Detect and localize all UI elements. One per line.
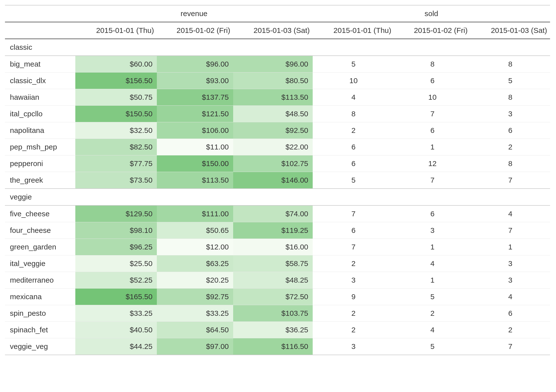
revenue-cell: $93.00 xyxy=(157,73,233,89)
row-label: spin_pesto xyxy=(5,305,75,322)
revenue-cell: $25.50 xyxy=(75,255,157,272)
row-label: green_garden xyxy=(5,239,75,255)
revenue-cell: $82.50 xyxy=(75,139,157,155)
revenue-cell: $12.00 xyxy=(157,239,233,255)
sold-cell: 6 xyxy=(394,122,471,139)
sold-cell: 7 xyxy=(394,172,471,189)
sold-cell: 6 xyxy=(313,155,394,172)
revenue-cell: $48.25 xyxy=(233,272,313,289)
subheader-stub xyxy=(5,22,75,39)
revenue-cell: $80.50 xyxy=(233,73,313,89)
sold-cell: 4 xyxy=(394,255,471,272)
table-row: the_greek$73.50$113.50$146.00577 xyxy=(5,172,550,189)
sold-cell: 1 xyxy=(394,139,471,155)
revenue-cell: $111.00 xyxy=(157,205,233,222)
revenue-cell: $96.00 xyxy=(157,56,233,73)
revenue-cell: $20.25 xyxy=(157,272,233,289)
row-label: pep_msh_pep xyxy=(5,139,75,155)
revenue-cell: $48.50 xyxy=(233,106,313,122)
revenue-cell: $146.00 xyxy=(233,172,313,189)
sold-cell: 2 xyxy=(313,322,394,338)
sold-cell: 6 xyxy=(394,73,471,89)
sold-cell: 10 xyxy=(313,73,394,89)
table-body: classicbig_meat$60.00$96.00$96.00588clas… xyxy=(5,39,550,355)
sold-cell: 7 xyxy=(471,338,550,355)
sold-cell: 2 xyxy=(394,305,471,322)
table-row: big_meat$60.00$96.00$96.00588 xyxy=(5,56,550,73)
table-row: spinach_fet$40.50$64.50$36.25242 xyxy=(5,322,550,338)
revenue-cell: $50.75 xyxy=(75,89,157,106)
sold-cell: 4 xyxy=(471,289,550,305)
sold-cell: 8 xyxy=(471,155,550,172)
revenue-cell: $165.50 xyxy=(75,289,157,305)
row-label: classic_dlx xyxy=(5,73,75,89)
table-row: hawaiian$50.75$137.75$113.504108 xyxy=(5,89,550,106)
revenue-cell: $96.25 xyxy=(75,239,157,255)
row-label: veggie_veg xyxy=(5,338,75,355)
revenue-cell: $63.25 xyxy=(157,255,233,272)
sold-cell: 4 xyxy=(471,205,550,222)
table-row: mediterraneo$52.25$20.25$48.25313 xyxy=(5,272,550,289)
sold-cell: 7 xyxy=(313,205,394,222)
revenue-cell: $137.75 xyxy=(157,89,233,106)
table-row: veggie_veg$44.25$97.00$116.50357 xyxy=(5,338,550,355)
sold-cell: 2 xyxy=(471,322,550,338)
subheader-date: 2015-01-02 (Fri) xyxy=(394,22,471,39)
revenue-cell: $33.25 xyxy=(157,305,233,322)
row-label: spinach_fet xyxy=(5,322,75,338)
revenue-cell: $97.00 xyxy=(157,338,233,355)
revenue-cell: $92.75 xyxy=(157,289,233,305)
sold-cell: 3 xyxy=(394,222,471,239)
sold-cell: 6 xyxy=(313,139,394,155)
revenue-cell: $60.00 xyxy=(75,56,157,73)
row-label: mediterraneo xyxy=(5,272,75,289)
sold-cell: 1 xyxy=(394,272,471,289)
revenue-cell: $92.50 xyxy=(233,122,313,139)
sold-cell: 5 xyxy=(394,338,471,355)
row-label: the_greek xyxy=(5,172,75,189)
revenue-cell: $16.00 xyxy=(233,239,313,255)
subheader-date: 2015-01-03 (Sat) xyxy=(233,22,313,39)
sold-cell: 7 xyxy=(313,239,394,255)
revenue-cell: $50.65 xyxy=(157,222,233,239)
row-label: four_cheese xyxy=(5,222,75,239)
revenue-cell: $113.50 xyxy=(157,172,233,189)
group-row: classic xyxy=(5,39,550,56)
sold-cell: 6 xyxy=(471,305,550,322)
revenue-cell: $73.50 xyxy=(75,172,157,189)
revenue-cell: $52.25 xyxy=(75,272,157,289)
table-row: ital_veggie$25.50$63.25$58.75243 xyxy=(5,255,550,272)
sold-cell: 5 xyxy=(313,172,394,189)
sold-cell: 8 xyxy=(394,56,471,73)
revenue-cell: $98.10 xyxy=(75,222,157,239)
sold-cell: 8 xyxy=(313,106,394,122)
table-row: napolitana$32.50$106.00$92.50266 xyxy=(5,122,550,139)
table-row: pepperoni$77.75$150.00$102.756128 xyxy=(5,155,550,172)
sold-cell: 1 xyxy=(394,239,471,255)
revenue-cell: $36.25 xyxy=(233,322,313,338)
revenue-cell: $116.50 xyxy=(233,338,313,355)
sold-cell: 7 xyxy=(471,222,550,239)
sold-cell: 2 xyxy=(471,139,550,155)
revenue-cell: $44.25 xyxy=(75,338,157,355)
row-label: napolitana xyxy=(5,122,75,139)
sold-cell: 3 xyxy=(313,272,394,289)
table-row: green_garden$96.25$12.00$16.00711 xyxy=(5,239,550,255)
revenue-cell: $106.00 xyxy=(157,122,233,139)
revenue-cell: $119.25 xyxy=(233,222,313,239)
sold-cell: 4 xyxy=(394,322,471,338)
header-revenue: revenue xyxy=(75,5,313,22)
subheader-date: 2015-01-03 (Sat) xyxy=(471,22,550,39)
subheader-date: 2015-01-01 (Thu) xyxy=(75,22,157,39)
sold-cell: 1 xyxy=(471,239,550,255)
revenue-cell: $150.00 xyxy=(157,155,233,172)
pivot-table: revenue sold 2015-01-01 (Thu) 2015-01-02… xyxy=(5,5,550,355)
revenue-cell: $64.50 xyxy=(157,322,233,338)
revenue-cell: $33.25 xyxy=(75,305,157,322)
revenue-cell: $22.00 xyxy=(233,139,313,155)
group-label: classic xyxy=(5,39,550,56)
revenue-cell: $102.75 xyxy=(233,155,313,172)
sold-cell: 7 xyxy=(394,106,471,122)
revenue-cell: $32.50 xyxy=(75,122,157,139)
revenue-cell: $72.50 xyxy=(233,289,313,305)
